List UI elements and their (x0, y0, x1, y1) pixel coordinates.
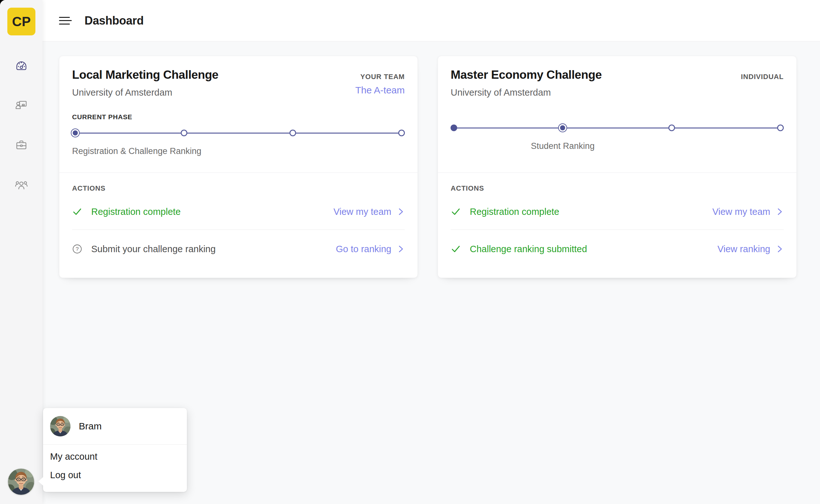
action-status: ? Challenge ranking submitted (451, 244, 587, 254)
status-text: Submit your challenge ranking (91, 244, 216, 254)
team-link[interactable]: The A-team (355, 85, 405, 96)
status-icon: ? (72, 244, 82, 254)
corner-label: INDIVIDUAL (741, 73, 784, 81)
menu-item-log-out[interactable]: Log out (43, 466, 187, 484)
action-row: ? Registration complete View my team (72, 194, 405, 230)
card-top-section: Local Marketing Challenge University of … (59, 56, 418, 172)
svg-text:?: ? (76, 246, 78, 252)
phase-stepper (75, 128, 401, 137)
gauge-icon (14, 58, 29, 72)
action-row: ? Registration complete View my team (451, 194, 784, 230)
menu-item-my-account[interactable]: My account (43, 447, 187, 466)
actions-title: ACTIONS (451, 184, 784, 193)
card-corner: INDIVIDUAL (741, 73, 784, 81)
card-actions-section: ACTIONS ? Registration complete View my … (59, 172, 418, 267)
card-actions-section: ACTIONS ? Registration complete View my … (438, 172, 796, 267)
go-to-ranking-link[interactable]: Go to ranking (336, 244, 405, 254)
card-corner: YOUR TEAM The A-team (355, 73, 405, 96)
step-dot-done (451, 125, 458, 131)
menu-icon[interactable] (59, 17, 72, 25)
row-divider (451, 230, 784, 230)
chevron-right-icon (396, 245, 405, 253)
status-text: Challenge ranking submitted (470, 244, 587, 254)
sidebar: CP (0, 0, 42, 504)
status-icon: ? (72, 207, 82, 217)
actions-title: ACTIONS (72, 184, 405, 193)
card-subtitle: University of Amsterdam (451, 87, 784, 98)
app-window: CP (0, 0, 820, 504)
link-text: Go to ranking (336, 244, 391, 254)
sidebar-item-dashboard[interactable] (14, 58, 29, 72)
link-text: View ranking (717, 244, 770, 254)
status-text: Registration complete (470, 207, 559, 217)
row-divider (72, 230, 405, 230)
user-menu-header: Bram (43, 408, 187, 445)
phase-caption: Registration & Challenge Ranking (72, 146, 405, 156)
step-dot-upcoming (181, 130, 187, 136)
step-dot-upcoming (398, 130, 405, 136)
avatar-photo (8, 469, 34, 495)
chevron-right-icon (775, 208, 784, 216)
action-row: ? Submit your challenge ranking Go to ra… (72, 231, 405, 267)
user-avatar[interactable] (8, 469, 34, 495)
card-title: Local Marketing Challenge (72, 68, 405, 82)
step-dot-upcoming (289, 130, 296, 136)
step-dot-current (71, 128, 80, 137)
status-icon: ? (451, 207, 461, 217)
phase-caption: Student Ranking (531, 141, 595, 151)
challenge-card-master-economy: Master Economy Challenge University of A… (438, 56, 797, 278)
link-text: View my team (333, 207, 391, 217)
corner-label: YOUR TEAM (355, 73, 405, 81)
stepper-line (454, 128, 780, 128)
link-text: View my team (712, 207, 770, 217)
challenge-card-local-marketing: Local Marketing Challenge University of … (59, 56, 418, 278)
user-menu-list: My account Log out (43, 445, 187, 484)
card-title: Master Economy Challenge (451, 68, 784, 82)
action-status: ? Registration complete (451, 207, 559, 217)
view-my-team-link[interactable]: View my team (333, 207, 405, 217)
action-status: ? Submit your challenge ranking (72, 244, 216, 254)
phase-caption-track: Student Ranking (454, 141, 780, 152)
action-status: ? Registration complete (72, 207, 180, 217)
top-header: Dashboard (42, 0, 820, 41)
page-title: Dashboard (84, 14, 143, 27)
briefcase-icon (14, 138, 29, 153)
step-dot-current (558, 123, 567, 132)
question-icon: ? (72, 244, 82, 254)
chevron-right-icon (396, 208, 405, 216)
user-avatar-small (50, 416, 70, 436)
view-ranking-link[interactable]: View ranking (717, 244, 784, 254)
check-icon (451, 207, 461, 217)
stepper-line (75, 133, 401, 134)
sidebar-nav (0, 58, 42, 193)
check-icon (451, 244, 461, 254)
step-dot-upcoming (777, 125, 784, 131)
current-phase-heading: CURRENT PHASE (72, 113, 405, 121)
sidebar-item-challenges[interactable] (14, 98, 29, 113)
status-icon: ? (451, 244, 461, 254)
classroom-icon (14, 98, 29, 113)
view-my-team-link[interactable]: View my team (712, 207, 784, 217)
avatar-photo (50, 416, 70, 436)
chevron-right-icon (775, 245, 784, 253)
users-icon (14, 178, 29, 193)
popup-pointer (38, 477, 43, 486)
app-logo[interactable]: CP (7, 8, 35, 35)
card-top-section: Master Economy Challenge University of A… (438, 56, 796, 172)
user-menu-popup: Bram My account Log out (43, 408, 187, 492)
check-icon (72, 207, 82, 217)
action-row: ? Challenge ranking submitted View ranki… (451, 231, 784, 267)
user-name: Bram (79, 421, 102, 432)
sidebar-item-teams[interactable] (14, 178, 29, 193)
status-text: Registration complete (91, 207, 180, 217)
phase-stepper (454, 123, 780, 132)
card-subtitle: University of Amsterdam (72, 87, 405, 98)
step-dot-upcoming (668, 125, 675, 131)
sidebar-item-cases[interactable] (14, 138, 29, 153)
